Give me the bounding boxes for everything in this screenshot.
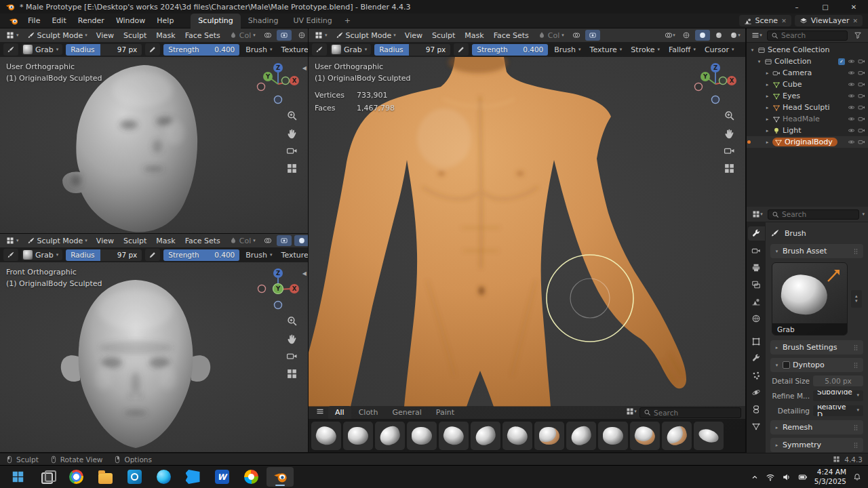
xray-toggle[interactable] (277, 235, 292, 246)
blender-taskbar-button[interactable] (267, 467, 294, 487)
zoom-icon[interactable] (286, 110, 298, 121)
tab-shading[interactable]: Shading (241, 14, 286, 28)
pan-hand-icon[interactable] (286, 127, 298, 139)
overlays-toggle[interactable] (260, 30, 275, 41)
start-button[interactable] (4, 467, 31, 487)
detail-size-field[interactable]: 5.00 px (813, 375, 863, 386)
zoom-icon[interactable] (286, 315, 298, 327)
outliner-search[interactable] (767, 30, 848, 41)
camera-icon[interactable] (858, 81, 865, 88)
editor-type-button[interactable]: ▾ (3, 30, 22, 40)
camera-icon[interactable] (858, 104, 865, 111)
overlays-toggle[interactable] (260, 235, 275, 246)
brush-thumbnail[interactable] (375, 422, 405, 450)
tab-sculpting[interactable]: Sculpting (191, 14, 240, 28)
radius-slider[interactable]: Radius97 px (66, 249, 142, 261)
tab-object[interactable] (748, 334, 765, 348)
camera-view-icon[interactable] (286, 350, 298, 362)
tab-particles[interactable] (748, 368, 765, 382)
brush-asset-preview[interactable]: Grab (772, 262, 848, 336)
maximize-button[interactable]: □ (811, 0, 840, 14)
expand-icon[interactable]: ▾ (756, 59, 762, 64)
menu-view[interactable]: View (92, 30, 118, 41)
shelf-tab-paint[interactable]: Paint (429, 406, 461, 419)
eye-icon[interactable] (848, 58, 855, 65)
radius-pressure-toggle[interactable] (145, 249, 160, 261)
outliner-item-cube[interactable]: ▸ Cube (747, 79, 868, 90)
xray-toggle[interactable] (585, 30, 600, 41)
shelf-display-options[interactable]: ▾ (624, 406, 639, 417)
active-tool-button[interactable] (3, 43, 18, 56)
detailing-select[interactable]: Relative D...▾ (813, 405, 863, 416)
blender-app-menu[interactable] (5, 15, 22, 27)
brush-thumbnail[interactable] (694, 422, 724, 450)
scene-selector[interactable]: Scene ✕ (739, 15, 791, 26)
shading-rendered-button[interactable]: ▾ (728, 30, 743, 41)
radius-slider[interactable]: Radius97 px (374, 44, 450, 56)
menu-view[interactable]: View (401, 30, 427, 41)
pan-hand-icon[interactable] (286, 333, 298, 344)
hidden-icons-chevron[interactable] (751, 473, 759, 481)
wifi-icon[interactable] (766, 472, 775, 482)
overlays-toggle[interactable] (569, 30, 584, 41)
brush-thumbnail[interactable] (343, 422, 373, 450)
refine-method-select[interactable]: Subdivide ...▾ (813, 390, 863, 401)
toggle-grid-icon[interactable] (286, 163, 298, 174)
brush-asset-browse-button[interactable]: ▴ ▾ (851, 290, 862, 308)
add-workspace-button[interactable]: + (340, 14, 355, 28)
menu-window[interactable]: Window (111, 15, 151, 26)
tab-modifiers[interactable] (748, 351, 765, 365)
brush-thumbnail[interactable] (439, 422, 469, 450)
menu-file[interactable]: File (22, 15, 45, 26)
viewport-canvas[interactable]: Front Orthographic (1) OriginalBody Scul… (0, 262, 308, 452)
toggle-grid-icon[interactable] (286, 368, 298, 380)
tab-object-data[interactable] (748, 419, 765, 433)
camera-icon[interactable] (858, 69, 865, 77)
strength-slider[interactable]: Strength0.400 (472, 44, 548, 56)
expand-icon[interactable]: ▸ (764, 140, 770, 145)
drag-grip-icon[interactable] (852, 424, 860, 432)
outlook-button[interactable] (121, 467, 148, 487)
camera-icon[interactable] (858, 58, 865, 65)
expand-icon[interactable]: ▸ (764, 94, 770, 99)
brush-thumbnail[interactable] (502, 422, 532, 450)
outliner-display-mode[interactable]: ▾ (749, 30, 764, 41)
camera-view-icon[interactable] (286, 145, 298, 157)
sidebar-toggle-arrow[interactable]: ◀ (302, 65, 307, 71)
menu-mask[interactable]: Mask (152, 236, 179, 246)
shading-solid-button[interactable] (294, 235, 308, 246)
zoom-icon[interactable] (724, 110, 735, 121)
battery-icon[interactable] (798, 472, 808, 482)
xray-toggle[interactable] (277, 30, 292, 41)
chrome-button[interactable] (62, 467, 90, 487)
radius-slider[interactable]: Radius97 px (66, 44, 142, 56)
brush-selector[interactable]: Grab▾ (22, 249, 62, 260)
extensions-icon[interactable] (833, 455, 840, 463)
vscode-button[interactable] (179, 467, 206, 487)
camera-view-icon[interactable] (724, 145, 735, 157)
shelf-search-input[interactable] (654, 409, 737, 417)
active-tool-button[interactable] (312, 43, 327, 56)
minimize-button[interactable]: – (783, 0, 811, 14)
collection-checkbox[interactable]: ✓ (838, 58, 845, 65)
menu-view[interactable]: View (92, 236, 118, 246)
viewport-canvas[interactable]: User Orthographic (1) OriginalBody Sculp… (309, 57, 745, 452)
file-explorer-button[interactable] (92, 467, 119, 487)
tab-uv-editing[interactable]: UV Editing (285, 14, 339, 28)
panel-brush-asset[interactable]: ▾ Brush Asset (770, 244, 863, 258)
color-attribute-selector[interactable]: Col▾ (534, 30, 568, 41)
menu-mask[interactable]: Mask (152, 30, 179, 41)
tab-world[interactable] (748, 311, 765, 325)
volume-icon[interactable] (782, 472, 791, 482)
texture-popover[interactable]: Texture▾ (279, 250, 308, 260)
taskbar-clock[interactable]: 4:24 AM 5/3/2025 (814, 468, 846, 486)
brush-thumbnail[interactable] (598, 422, 628, 450)
tab-render[interactable] (748, 243, 765, 258)
word-button[interactable] (208, 467, 235, 487)
editor-type-button[interactable]: ▾ (311, 30, 331, 40)
panel-remesh[interactable]: ▸ Remesh (770, 420, 863, 434)
eye-icon[interactable] (848, 104, 855, 111)
brush-selector[interactable]: Grab▾ (330, 44, 371, 55)
shading-material-button[interactable] (711, 30, 726, 41)
brush-thumbnail[interactable] (471, 422, 500, 450)
